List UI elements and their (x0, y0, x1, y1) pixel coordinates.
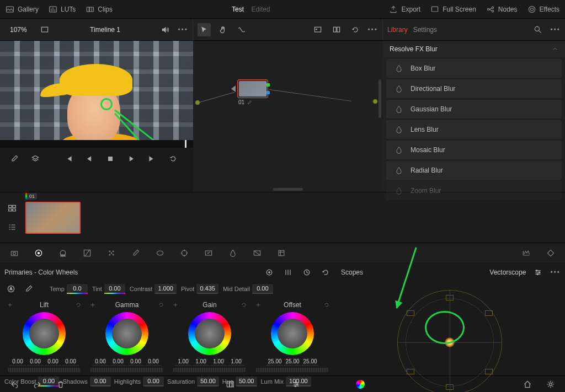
wheel-reset-icon[interactable] (241, 302, 247, 308)
prev-frame-button[interactable] (83, 152, 96, 165)
fx-category[interactable]: Resolve FX Blur (390, 45, 438, 53)
fx-item[interactable]: Mosaic Blur (386, 141, 562, 159)
wheel-values[interactable]: 0.000.000.000.00 (87, 358, 167, 366)
color-picker-icon[interactable] (8, 152, 21, 165)
gear-icon[interactable] (544, 378, 557, 391)
wheel-master-slider[interactable] (173, 368, 246, 372)
node-graph[interactable]: 01 (193, 41, 383, 192)
bars-mode-icon[interactable] (281, 266, 295, 279)
auto-balance-icon[interactable]: A (4, 282, 18, 296)
redo-button[interactable] (31, 378, 44, 391)
contrast-value[interactable]: 1.000 (154, 284, 177, 294)
wheel-master-slider[interactable] (256, 368, 329, 372)
graph-scrollbar[interactable] (379, 79, 381, 118)
color-wheel-offset[interactable] (271, 312, 314, 355)
wheels-mode-icon[interactable] (263, 266, 276, 279)
hand-tool[interactable] (216, 23, 230, 36)
color-wheel-gamma[interactable] (105, 312, 148, 355)
loop-button[interactable] (167, 152, 180, 165)
settings-tab[interactable]: Settings (413, 26, 437, 34)
wheel-reset-icon[interactable] (158, 302, 164, 308)
tool-sizing-icon[interactable] (275, 246, 288, 260)
clip-view-list-icon[interactable] (6, 221, 19, 234)
graph-view-2-icon[interactable] (330, 23, 343, 36)
audio-icon[interactable] (159, 23, 172, 36)
scrub-bar[interactable] (0, 140, 193, 148)
tool-window-icon[interactable] (153, 246, 167, 260)
tool-camera-raw-icon[interactable] (8, 246, 21, 260)
graph-input-dot[interactable] (195, 100, 200, 105)
fx-item[interactable]: Box Blur (386, 59, 562, 78)
undo-button[interactable] (8, 378, 21, 391)
tool-hdr-icon[interactable]: HDR (56, 246, 70, 260)
page-nav-2-icon[interactable] (290, 378, 303, 391)
highlights-value[interactable]: 0.00 (143, 377, 164, 386)
tool-curves-icon[interactable] (81, 246, 94, 260)
tool-blur-icon[interactable] (226, 246, 239, 260)
saturation-value[interactable]: 50.00 (197, 377, 219, 386)
wheel-reset-icon[interactable] (75, 302, 82, 308)
color-wheel-lift[interactable] (23, 312, 66, 355)
viewer-menu[interactable]: ••• (178, 26, 188, 34)
last-frame-button[interactable] (146, 152, 159, 165)
lib-menu[interactable]: ••• (550, 26, 561, 34)
tool-info-icon[interactable] (544, 246, 557, 260)
graph-menu[interactable]: ••• (367, 26, 378, 34)
page-nav-1-icon[interactable] (223, 378, 237, 391)
viewer-mode-icon[interactable] (38, 23, 51, 36)
scopes-menu[interactable]: ••• (550, 269, 561, 276)
wheel-master-slider[interactable] (8, 368, 81, 372)
export-button[interactable]: Export (389, 5, 420, 14)
chevron-up-icon[interactable] (552, 46, 558, 52)
node-link-tool[interactable] (235, 23, 248, 36)
hue-value[interactable]: 50.00 (236, 377, 258, 386)
color-wheel-gain[interactable] (188, 312, 231, 355)
graph-view-1-icon[interactable] (311, 23, 324, 36)
wheel-target-icon[interactable] (172, 302, 179, 308)
clip-thumbnail[interactable] (25, 202, 81, 234)
clips-tab[interactable]: Clips (86, 5, 113, 14)
trash-icon[interactable] (54, 378, 67, 391)
wheel-target-icon[interactable] (7, 302, 13, 308)
stop-button[interactable] (104, 152, 117, 165)
tint-value[interactable]: 0.00 (104, 284, 125, 294)
search-icon[interactable] (531, 23, 545, 36)
temp-value[interactable]: 0.0 (67, 284, 88, 294)
play-button[interactable] (125, 152, 138, 165)
fx-item[interactable]: Radial Blur (386, 161, 562, 180)
fullscreen-button[interactable]: Full Screen (430, 5, 476, 14)
tool-color-wheels-icon[interactable] (32, 246, 45, 260)
wheel-reset-icon[interactable] (323, 302, 330, 308)
middetail-value[interactable]: 0.00 (252, 284, 273, 294)
clip-view-grid-icon[interactable] (6, 202, 19, 215)
pivot-value[interactable]: 0.435 (196, 284, 218, 294)
wheel-master-slider[interactable] (90, 368, 163, 372)
tool-magic-mask-icon[interactable] (202, 246, 215, 260)
fx-item[interactable]: Lens Blur (386, 120, 562, 139)
graph-hscroll[interactable] (273, 188, 303, 191)
node-01[interactable] (237, 79, 268, 98)
fx-item[interactable]: Directional Blur (386, 79, 562, 98)
wheel-values[interactable]: 25.0025.0025.00 (253, 358, 332, 366)
home-icon[interactable] (521, 378, 534, 391)
nodes-toggle[interactable]: Nodes (486, 5, 518, 14)
viewer-image[interactable] (0, 41, 193, 140)
shadows-value[interactable]: 0.00 (90, 377, 111, 386)
gallery-tab[interactable]: Gallery (6, 5, 39, 14)
pick-white-icon[interactable] (22, 282, 35, 296)
color-page-icon[interactable] (356, 380, 365, 389)
zoom-level[interactable]: 107% (4, 26, 33, 34)
library-tab[interactable]: Library (387, 26, 408, 34)
first-frame-button[interactable] (62, 152, 75, 165)
reset-primaries-icon[interactable] (319, 266, 332, 279)
effects-toggle[interactable]: Effects (527, 5, 559, 14)
fx-item[interactable]: Zoom Blur (386, 181, 562, 200)
scope-type[interactable]: Vectorscope (489, 269, 526, 276)
wheel-target-icon[interactable] (89, 302, 96, 308)
refresh-icon[interactable] (349, 23, 362, 36)
scope-settings-icon[interactable] (531, 266, 545, 279)
pointer-tool[interactable] (198, 23, 211, 36)
graph-output-dot[interactable] (373, 99, 377, 104)
log-mode-icon[interactable] (300, 266, 313, 279)
tool-key-icon[interactable] (250, 246, 264, 260)
